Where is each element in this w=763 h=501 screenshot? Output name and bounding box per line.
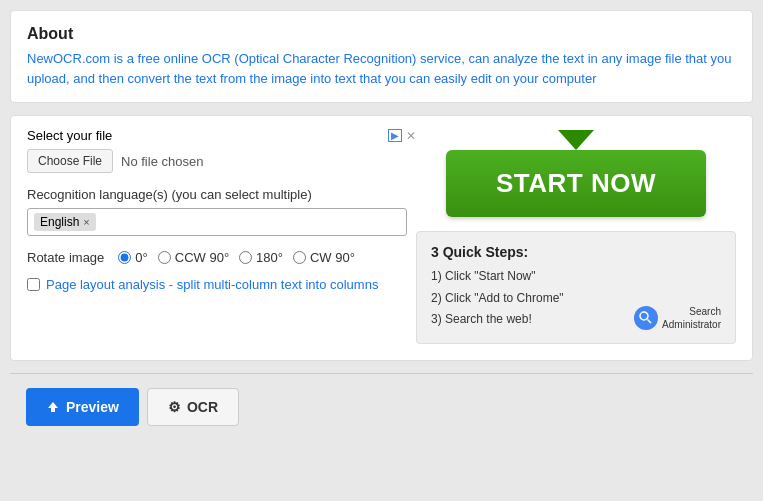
rotate-0-radio[interactable] (118, 251, 131, 264)
bottom-bar: Preview ⚙ OCR (10, 373, 753, 440)
rotate-label: Rotate image (27, 250, 104, 265)
rotate-0-option[interactable]: 0° (118, 250, 147, 265)
rotate-ccw90-option[interactable]: CCW 90° (158, 250, 229, 265)
select-file-row: Select your file ▶ ✕ (27, 128, 416, 143)
rotate-row: Rotate image 0° CCW 90° 180° (27, 250, 416, 265)
rotate-ccw90-label: CCW 90° (175, 250, 229, 265)
page-layout-text2: text into columns (277, 277, 378, 292)
upload-icon (46, 400, 60, 414)
search-admin-icon (638, 310, 654, 326)
rotate-0-label: 0° (135, 250, 147, 265)
choose-file-button[interactable]: Choose File (27, 149, 113, 173)
about-section: About NewOCR.com is a free online OCR (O… (10, 10, 753, 103)
ad-row: ▶ ✕ (388, 129, 416, 143)
page-layout-checkbox[interactable] (27, 278, 40, 291)
search-admin-label: Search (662, 305, 721, 318)
about-description: NewOCR.com is a free online OCR (Optical… (27, 49, 736, 88)
ocr-button[interactable]: ⚙ OCR (147, 388, 239, 426)
steps-content: 1) Click "Start Now" 2) Click "Add to Ch… (431, 266, 721, 331)
right-panel: START NOW 3 Quick Steps: 1) Click "Start… (416, 128, 736, 344)
search-admin-logo (634, 306, 658, 330)
step-1: 1) Click "Start Now" (431, 266, 564, 288)
rotate-cw90-radio[interactable] (293, 251, 306, 264)
step-3: 3) Search the web! (431, 309, 564, 331)
remove-language-button[interactable]: × (83, 216, 89, 228)
search-admin-sublabel: Administrator (662, 318, 721, 331)
search-admin-text: Search Administrator (662, 305, 721, 331)
quick-steps-title: 3 Quick Steps: (431, 244, 721, 260)
search-admin-branding: Search Administrator (634, 305, 721, 331)
rotate-cw90-label: CW 90° (310, 250, 355, 265)
recognition-label: Recognition language(s) (you can select … (27, 187, 416, 202)
about-desc-part2: into text that you can easily edit on yo… (307, 71, 597, 86)
page-layout-text1: Page layout analysis - split multi- (46, 277, 235, 292)
rotate-options: 0° CCW 90° 180° CW 90° (118, 250, 355, 265)
start-now-arrow (558, 130, 594, 150)
close-ad-button[interactable]: ✕ (406, 129, 416, 143)
rotate-cw90-option[interactable]: CW 90° (293, 250, 355, 265)
main-section: Select your file ▶ ✕ Choose File No file… (10, 115, 753, 361)
gear-icon: ⚙ (168, 399, 181, 415)
page-layout-label: Page layout analysis - split multi-colum… (46, 277, 378, 292)
left-panel: Select your file ▶ ✕ Choose File No file… (27, 128, 416, 292)
start-now-button[interactable]: START NOW (446, 150, 706, 217)
no-file-text: No file chosen (121, 154, 203, 169)
rotate-180-option[interactable]: 180° (239, 250, 283, 265)
rotate-180-radio[interactable] (239, 251, 252, 264)
quick-steps-box: 3 Quick Steps: 1) Click "Start Now" 2) C… (416, 231, 736, 344)
svg-point-0 (640, 312, 648, 320)
rotate-ccw90-radio[interactable] (158, 251, 171, 264)
ad-icon: ▶ (388, 129, 402, 142)
page-layout-link: column (235, 277, 277, 292)
svg-line-1 (648, 319, 652, 323)
file-input-row: Choose File No file chosen (27, 149, 416, 173)
page-layout-row: Page layout analysis - split multi-colum… (27, 277, 416, 292)
about-title: About (27, 25, 736, 43)
preview-button-label: Preview (66, 399, 119, 415)
about-desc-link: image (271, 71, 306, 86)
language-tag-label: English (40, 215, 79, 229)
step-2: 2) Click "Add to Chrome" (431, 288, 564, 310)
ocr-button-label: OCR (187, 399, 218, 415)
steps-list: 1) Click "Start Now" 2) Click "Add to Ch… (431, 266, 564, 331)
language-tag-english: English × (34, 213, 96, 231)
select-file-label: Select your file (27, 128, 112, 143)
language-input[interactable]: English × (27, 208, 407, 236)
svg-marker-2 (48, 402, 58, 412)
rotate-180-label: 180° (256, 250, 283, 265)
preview-button[interactable]: Preview (26, 388, 139, 426)
